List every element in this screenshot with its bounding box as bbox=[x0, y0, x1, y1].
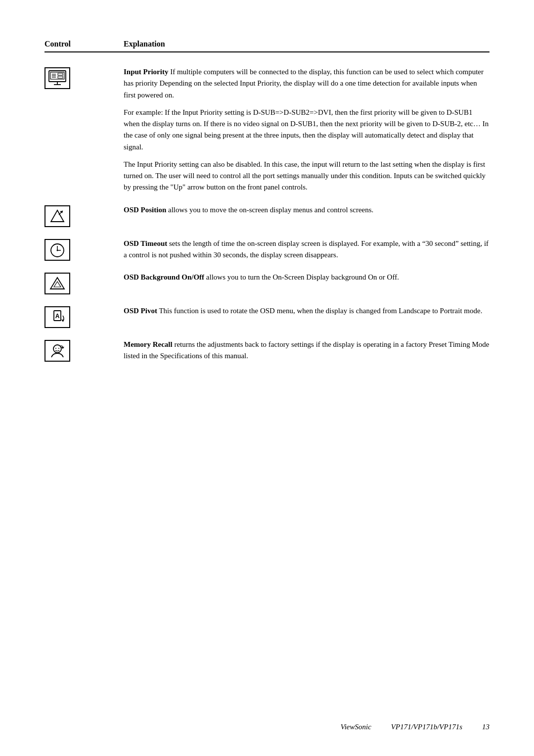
svg-rect-5 bbox=[58, 73, 63, 75]
memory-recall-text: Memory Recall returns the adjustments ba… bbox=[124, 339, 490, 362]
entry-input-priority: Input Priority If multiple computers wil… bbox=[44, 66, 490, 193]
osd-position-text: OSD Position allows you to move the on-s… bbox=[124, 204, 490, 216]
entry-osd-timeout: OSD Timeout sets the length of time the … bbox=[44, 238, 490, 261]
osd-background-icon-box bbox=[44, 273, 70, 294]
input-priority-svg bbox=[48, 70, 67, 87]
footer-page-number: 13 bbox=[482, 723, 490, 731]
input-priority-icon bbox=[44, 66, 124, 89]
table-header: Control Explanation bbox=[44, 40, 490, 52]
entry-osd-pivot: A OSD Pivot This function is used to rot… bbox=[44, 305, 490, 328]
osd-background-icon bbox=[44, 272, 124, 294]
memory-recall-icon-box bbox=[44, 340, 70, 362]
osd-background-svg bbox=[48, 275, 67, 292]
osd-timeout-svg bbox=[48, 241, 67, 258]
input-priority-icon-box bbox=[44, 67, 70, 89]
input-priority-text: Input Priority If multiple computers wil… bbox=[124, 66, 490, 193]
svg-point-23 bbox=[58, 348, 59, 349]
osd-timeout-p1: OSD Timeout sets the length of time the … bbox=[124, 238, 490, 261]
osd-position-icon bbox=[44, 204, 124, 227]
svg-text:A: A bbox=[55, 313, 60, 320]
header-control: Control bbox=[44, 40, 124, 48]
osd-pivot-svg: A bbox=[48, 309, 67, 326]
svg-marker-24 bbox=[61, 347, 64, 349]
input-priority-p3: The Input Priority setting can also be d… bbox=[124, 159, 490, 193]
osd-pivot-icon: A bbox=[44, 305, 124, 328]
memory-recall-icon bbox=[44, 339, 124, 362]
entry-memory-recall: Memory Recall returns the adjustments ba… bbox=[44, 339, 490, 362]
memory-recall-p1: Memory Recall returns the adjustments ba… bbox=[124, 339, 490, 362]
svg-marker-20 bbox=[61, 320, 64, 322]
svg-rect-6 bbox=[58, 76, 63, 78]
osd-pivot-text: OSD Pivot This function is used to rotat… bbox=[124, 305, 490, 317]
footer-model: VP171/VP171b/VP171s bbox=[391, 723, 462, 731]
input-priority-p1: Input Priority If multiple computers wil… bbox=[124, 66, 490, 101]
osd-timeout-icon-box bbox=[44, 239, 70, 261]
svg-point-22 bbox=[55, 348, 56, 349]
osd-pivot-p1: OSD Pivot This function is used to rotat… bbox=[124, 305, 490, 317]
input-priority-p2: For example: If the Input Priority setti… bbox=[124, 107, 490, 153]
memory-recall-svg bbox=[48, 342, 67, 359]
osd-timeout-text: OSD Timeout sets the length of time the … bbox=[124, 238, 490, 261]
entries-list: Input Priority If multiple computers wil… bbox=[44, 66, 490, 373]
entry-osd-background: OSD Background On/Off allows you to turn… bbox=[44, 272, 490, 294]
footer-brand: ViewSonic bbox=[341, 723, 371, 731]
osd-pivot-icon-box: A bbox=[44, 306, 70, 328]
entry-osd-position: OSD Position allows you to move the on-s… bbox=[44, 204, 490, 227]
osd-background-p1: OSD Background On/Off allows you to turn… bbox=[124, 272, 490, 283]
osd-position-icon-box bbox=[44, 205, 70, 227]
page-footer: ViewSonic VP171/VP171b/VP171s 13 bbox=[44, 723, 490, 731]
page-container: Control Explanation bbox=[0, 0, 534, 756]
osd-position-svg bbox=[48, 208, 67, 225]
osd-timeout-icon bbox=[44, 238, 124, 261]
svg-point-15 bbox=[57, 249, 58, 251]
osd-background-text: OSD Background On/Off allows you to turn… bbox=[124, 272, 490, 283]
osd-position-p1: OSD Position allows you to move the on-s… bbox=[124, 204, 490, 216]
header-explanation: Explanation bbox=[124, 40, 165, 48]
